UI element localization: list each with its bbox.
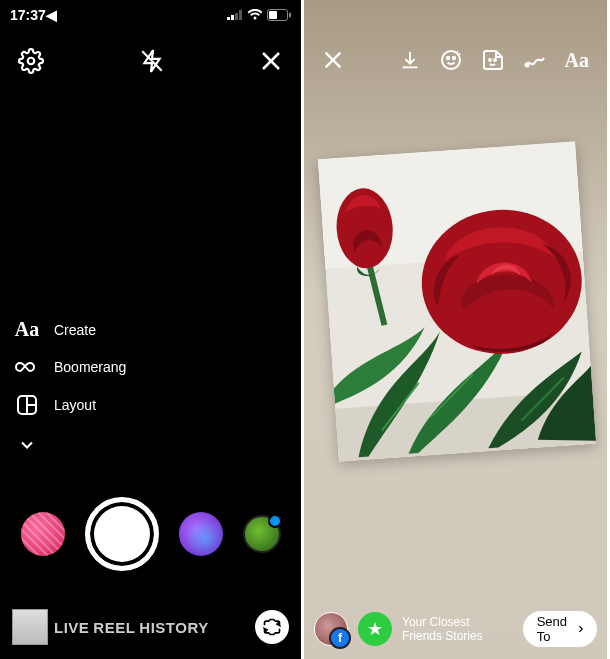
mode-boomerang[interactable]: Boomerang [14, 359, 126, 375]
filter-effect-2[interactable] [179, 512, 223, 556]
share-row: ★ Your Closest Friends Stories Send To [304, 611, 607, 647]
status-time: 17:37◀ [10, 7, 57, 23]
filter-effect-1[interactable] [21, 512, 65, 556]
svg-point-23 [494, 59, 496, 61]
settings-icon[interactable] [18, 48, 44, 74]
close-icon[interactable] [259, 49, 283, 73]
mode-create[interactable]: Aa Create [14, 318, 126, 341]
flash-off-icon[interactable] [139, 48, 165, 74]
switch-camera-button[interactable] [255, 610, 289, 644]
svg-rect-0 [227, 17, 230, 20]
camera-bottom-bar: LIVE REEL HISTORY [0, 609, 301, 645]
camera-screen: 17:37◀ Aa Create Boomerang [0, 0, 304, 659]
send-to-label: Send To [537, 614, 572, 644]
your-story-avatar [314, 612, 348, 646]
svg-point-7 [28, 58, 35, 65]
label-stories: Stories [445, 629, 482, 643]
wifi-icon [247, 9, 263, 21]
label-your: Your [402, 615, 426, 629]
filter-effect-3[interactable] [243, 515, 281, 553]
camera-mode-tabs[interactable]: LIVE REEL HISTORY [54, 619, 249, 636]
tab-live[interactable]: LIVE [54, 619, 89, 636]
mode-layout[interactable]: Layout [14, 393, 126, 417]
camera-top-bar [0, 26, 301, 74]
infinity-icon [14, 360, 40, 374]
svg-point-24 [525, 64, 528, 67]
svg-point-20 [446, 57, 448, 59]
draw-icon[interactable] [523, 48, 547, 72]
shutter-button[interactable] [85, 497, 159, 571]
chevron-right-icon [575, 621, 587, 637]
status-bar: 17:37◀ [0, 0, 301, 26]
svg-rect-6 [289, 13, 291, 18]
status-icons [227, 9, 291, 21]
svg-point-22 [489, 59, 491, 61]
gallery-button[interactable] [12, 609, 48, 645]
share-your-story[interactable] [314, 612, 348, 646]
close-icon[interactable] [322, 49, 344, 71]
svg-rect-5 [269, 11, 277, 19]
svg-point-21 [452, 57, 454, 59]
rose-photo [318, 141, 597, 461]
edit-tools: Aa [399, 48, 589, 72]
text-tool-icon[interactable]: Aa [565, 49, 589, 72]
tab-reel[interactable]: REEL [93, 619, 135, 636]
sticker-icon[interactable] [481, 48, 505, 72]
mode-label: Create [54, 322, 96, 338]
svg-rect-3 [239, 10, 242, 20]
filter-carousel[interactable] [0, 497, 301, 571]
tab-history[interactable]: HISTORY [139, 619, 208, 636]
mode-label: Boomerang [54, 359, 126, 375]
signal-icon [227, 10, 243, 20]
share-close-friends[interactable]: ★ [358, 612, 392, 646]
text-aa-icon: Aa [14, 318, 40, 341]
share-labels: Your Closest Friends Stories [402, 615, 513, 643]
switch-camera-icon [262, 617, 282, 637]
mode-label: Layout [54, 397, 96, 413]
chevron-down-icon [14, 435, 40, 455]
story-edit-screen: Aa [304, 0, 607, 659]
svg-point-19 [442, 51, 460, 69]
edit-top-bar: Aa [304, 48, 607, 72]
download-icon[interactable] [399, 49, 421, 71]
battery-icon [267, 9, 291, 21]
svg-rect-2 [235, 13, 238, 20]
layout-icon [14, 393, 40, 417]
effects-icon[interactable] [439, 48, 463, 72]
star-icon: ★ [358, 612, 392, 646]
send-to-button[interactable]: Send To [523, 611, 597, 647]
mode-expand[interactable] [14, 435, 126, 455]
story-media[interactable] [318, 141, 597, 461]
svg-rect-1 [231, 15, 234, 20]
mode-list: Aa Create Boomerang Layout [14, 318, 126, 455]
